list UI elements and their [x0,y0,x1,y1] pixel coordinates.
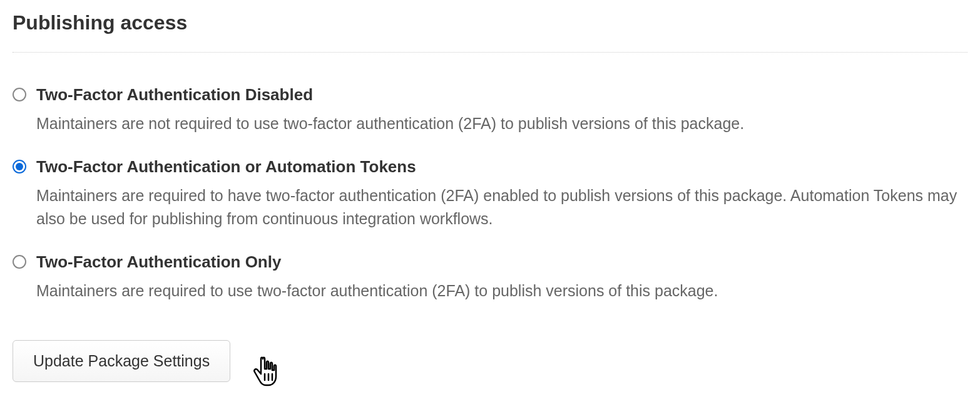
radio-tfa-only[interactable] [13,255,26,269]
section-title-publishing-access: Publishing access [13,11,967,34]
radio-option-tfa-only: Two-Factor Authentication Only Maintaine… [13,251,967,303]
radio-description-tfa-disabled: Maintainers are not required to use two-… [36,112,967,136]
radio-label-tfa-only[interactable]: Two-Factor Authentication Only [36,251,967,273]
section-divider [13,52,967,53]
radio-label-tfa-or-automation[interactable]: Two-Factor Authentication or Automation … [36,156,967,178]
radio-tfa-or-automation[interactable] [13,160,26,173]
pointer-cursor-icon [250,355,282,391]
radio-description-tfa-or-automation: Maintainers are required to have two-fac… [36,184,967,231]
radio-tfa-disabled[interactable] [13,88,26,101]
radio-option-tfa-or-automation: Two-Factor Authentication or Automation … [13,156,967,231]
radio-label-tfa-disabled[interactable]: Two-Factor Authentication Disabled [36,84,967,106]
publishing-access-radio-group: Two-Factor Authentication Disabled Maint… [13,84,967,303]
radio-option-tfa-disabled: Two-Factor Authentication Disabled Maint… [13,84,967,136]
update-package-settings-button[interactable]: Update Package Settings [13,340,230,382]
radio-description-tfa-only: Maintainers are required to use two-fact… [36,279,967,303]
action-row: Update Package Settings [13,340,967,382]
